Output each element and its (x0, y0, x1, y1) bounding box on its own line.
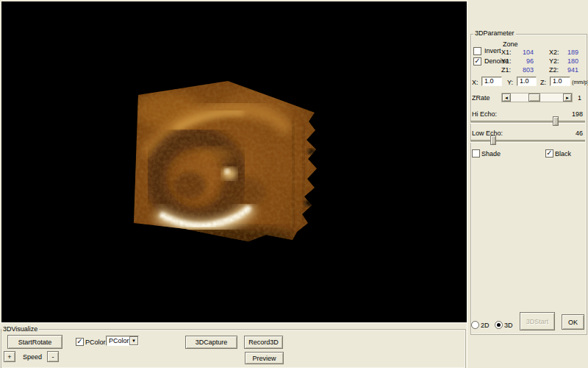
shade-label: Shade (481, 150, 501, 158)
voxel-z-label: Z: (540, 79, 546, 86)
record3d-button[interactable]: Record3D (244, 336, 283, 349)
speed-label: Speed (23, 353, 42, 361)
zone-x2-value: 189 (558, 49, 578, 56)
start-rotate-button[interactable]: StartRotate (7, 335, 62, 349)
voxel-y-input[interactable]: 1.0 (517, 77, 537, 86)
group-3dvisualize-title: 3DVisualize (1, 325, 39, 333)
pcolor-checkbox[interactable]: ✓ (76, 338, 84, 346)
low-echo-slider-track[interactable] (470, 140, 585, 143)
render-viewport[interactable] (1, 1, 467, 322)
voxel-unit-label: (mm/p) (572, 79, 588, 86)
denoise-checkbox[interactable]: ✓ (473, 57, 481, 66)
invert-label: Invert (484, 47, 501, 54)
zone-y1-label: Y1: (501, 57, 512, 65)
pcolor-dropdown[interactable]: PColor ▼ (106, 336, 139, 346)
zrate-label: ZRate (472, 94, 490, 102)
group-3dparameter-title: 3DParameter (473, 29, 516, 37)
black-checkbox[interactable]: ✓ (545, 149, 553, 158)
zrate-scrollbar[interactable]: ◄ ► (501, 93, 573, 102)
voxel-z-input[interactable]: 1.0 (550, 77, 570, 86)
hi-echo-slider-thumb[interactable] (553, 116, 559, 126)
voxel-y-label: Y: (507, 79, 513, 86)
zone-z1-value: 803 (513, 66, 534, 74)
zrate-scroll-thumb[interactable] (528, 93, 540, 102)
check-icon: ✓ (76, 337, 82, 345)
voxel-x-label: X: (472, 79, 478, 86)
zone-x1-value: 104 (513, 49, 534, 56)
zone-y2-value: 180 (558, 57, 578, 65)
pcolor-label: PColor (85, 339, 106, 346)
zone-y1-value: 96 (513, 57, 534, 65)
zone-z2-value: 941 (558, 66, 578, 74)
speed-plus-button[interactable]: + (4, 351, 15, 362)
zone-z1-label: Z1: (501, 66, 511, 74)
mode-3d-label: 3D (504, 322, 513, 329)
ok-button[interactable]: OK (562, 314, 584, 330)
3dcapture-button[interactable]: 3DCapture (185, 336, 237, 349)
voxel-x-input[interactable]: 1.0 (481, 77, 502, 86)
preview-button[interactable]: Preview (245, 352, 284, 364)
dropdown-arrow-icon[interactable]: ▼ (129, 336, 138, 345)
parameter-panel: 3DParameter Invert ✓ Denoise Zone X1: 10… (467, 0, 588, 368)
ultrasound-render (125, 74, 327, 254)
low-echo-value: 46 (570, 130, 583, 137)
check-icon: ✓ (546, 149, 552, 157)
invert-checkbox[interactable] (473, 47, 481, 55)
zrate-scroll-left-icon[interactable]: ◄ (502, 93, 511, 102)
3dstart-button[interactable]: 3DStart (520, 312, 555, 330)
hi-echo-label: Hi Echo: (472, 110, 497, 118)
zone-x1-label: X1: (501, 49, 512, 56)
radio-dot-icon (497, 323, 501, 327)
speed-minus-button[interactable]: - (47, 351, 59, 362)
hi-echo-slider-track[interactable] (470, 121, 585, 124)
zrate-scroll-right-icon[interactable]: ► (563, 93, 572, 102)
black-label: Black (555, 150, 571, 158)
pcolor-dropdown-value: PColor (109, 337, 129, 345)
mode-3d-radio[interactable] (495, 321, 503, 329)
check-icon: ✓ (474, 57, 480, 65)
hi-echo-value: 198 (567, 110, 583, 118)
shade-checkbox[interactable] (472, 149, 480, 158)
low-echo-label: Low Echo: (472, 130, 503, 137)
zrate-value: 1 (578, 94, 581, 102)
visualize-panel: 3DVisualize StartRotate + Speed - ✓ PCol… (0, 322, 467, 368)
zone-title: Zone (503, 40, 518, 48)
mode-2d-label: 2D (481, 322, 490, 329)
mode-2d-radio[interactable] (471, 321, 479, 329)
low-echo-slider-thumb[interactable] (490, 135, 496, 145)
